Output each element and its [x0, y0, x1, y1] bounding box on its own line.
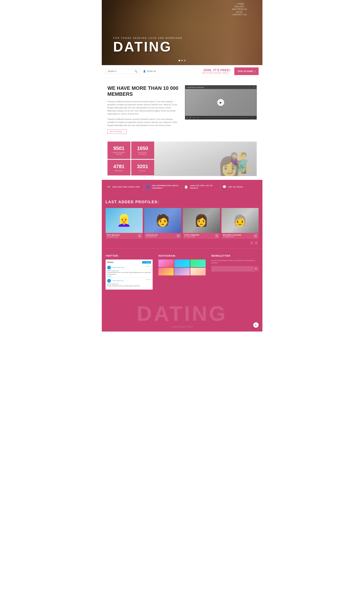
newsletter-title: NEWSLETTER	[211, 254, 259, 257]
profile-view-kate[interactable]: ›	[215, 234, 218, 237]
step-info: 👤 ADD INFORMATION ABOUT YOURSELF	[144, 183, 182, 191]
stat-success-number: 1650	[134, 145, 151, 151]
profile-view-john[interactable]: ›	[177, 234, 180, 237]
instagram-title: INSTAGRAM:	[158, 254, 206, 257]
profiles-section: LAST ADDED PROFILES: 👱‍♀️ RITA NELSON 25…	[102, 194, 262, 249]
insta-thumb-3[interactable]	[190, 260, 206, 267]
search-input[interactable]	[108, 70, 134, 72]
newsletter-form: ✉	[211, 266, 259, 272]
tweet-2-text: @lorem_ipsum_dolAliquam imperdiet, massa…	[107, 283, 151, 287]
stats-image: 🤸‍♂️ 👩	[154, 141, 257, 176]
video-thumbnail[interactable]: ▶	[185, 89, 257, 116]
members-text: WE HAVE MORE THAN 10 000 MEMBERS Praesen…	[107, 85, 179, 134]
members-desc-2: Praesent vestibulum aenean nonummy hendr…	[107, 118, 179, 127]
members-title: WE HAVE MORE THAN 10 000 MEMBERS	[107, 85, 179, 97]
stat-posts: 3201 POSTS	[131, 160, 154, 175]
hero-content: FOR THOSE SEEKING LOVE AND MARRIAGE DATI…	[113, 37, 182, 54]
tweet-2: Lorem ipsum dol 3 Feb 11 @lorem_ipsum_do…	[107, 278, 151, 288]
tweet-2-avatar	[107, 279, 111, 283]
stat-registered: 9501 REGISTEREDUSERS	[107, 141, 130, 159]
footer-widgets: TWITTER: Tweets 🐦 Follow Lorem ipsum dol…	[102, 249, 262, 295]
twitter-content: Tweets 🐦 Follow Lorem ipsum dolor 5 Mar …	[105, 260, 153, 290]
search-right: JOIN, IT'S FREE! AND START DATING TODAY.…	[202, 68, 259, 75]
insta-thumb-2[interactable]	[174, 260, 190, 267]
search-left: 🔍 👤 SIGN IN	[105, 69, 156, 74]
hero-section: ♡ HOME GALLERY ADD PROFILE BLOG CONTACT …	[102, 0, 262, 65]
volume-icon[interactable]: 🔊	[189, 117, 191, 119]
insta-thumb-4[interactable]	[158, 268, 174, 276]
profile-view-richard[interactable]: ›	[254, 234, 257, 237]
search-icon[interactable]: 🔍	[134, 70, 138, 73]
profile-photo-john: 🧑	[144, 208, 181, 233]
members-section: WE HAVE MORE THAN 10 000 MEMBERS Praesen…	[102, 78, 262, 141]
video-title: LongDistanceValentine	[187, 86, 204, 88]
nav-home[interactable]: ♡ HOME	[235, 3, 244, 5]
back-to-top-button[interactable]: ▲	[253, 322, 259, 328]
insta-thumb-1[interactable]	[158, 260, 174, 267]
twitter-icon: 🐦	[143, 262, 145, 263]
video-progress[interactable]	[201, 117, 249, 118]
step-analyze: 📋 ANALYZE THE LIST OF PEOPLE	[182, 183, 220, 191]
newsletter-email-input[interactable]	[211, 266, 253, 272]
profile-age-rita: 25 YEARS OLD	[107, 236, 120, 238]
play-icon[interactable]: ▶	[187, 117, 188, 119]
hero-dot-1[interactable]	[179, 60, 180, 61]
tweet-1-text: @lorem_ipsum_dolVivamus pharetra nunc in…	[107, 270, 151, 276]
sign-in-button[interactable]: 👤 SIGN IN	[143, 70, 156, 73]
stat-datings-label: DATINGS	[111, 170, 127, 172]
profiles-title: LAST ADDED PROFILES:	[105, 200, 259, 204]
profile-view-rita[interactable]: ›	[138, 234, 141, 237]
share-icon[interactable]: ⤢	[253, 86, 255, 88]
nav-gallery[interactable]: GALLERY	[234, 6, 245, 8]
profile-card-john: 🧑 JOHN BLACK 25 YEARS OLD ›	[144, 208, 181, 239]
stats-grid: 9501 REGISTEREDUSERS 1650 SUCCESSSTORIES…	[107, 141, 154, 175]
tweet-1-avatar	[107, 266, 111, 269]
read-more-button[interactable]: READ MORE ›	[107, 129, 127, 134]
edit-icon: ✏	[107, 185, 110, 189]
fullscreen-icon[interactable]: ⛶	[251, 117, 252, 119]
video-header: LongDistanceValentine ⤢	[185, 85, 257, 89]
hero-dots	[179, 60, 185, 61]
nav-contact[interactable]: CONTACT US	[233, 14, 247, 16]
tweet-2-date: 3 Feb 11	[146, 279, 151, 280]
stat-success: 1650 SUCCESSSTORIES	[131, 141, 154, 159]
stat-datings: 4781 DATINGS	[107, 160, 130, 175]
user-icon: 👤	[146, 185, 150, 189]
big-footer: DATING © 2015 PRIVACY POLICY ▲	[102, 295, 262, 332]
tweet-2-user: Lorem ipsum dol	[112, 280, 123, 281]
profiles-prev-button[interactable]: ‹	[250, 241, 253, 245]
twitter-follow-button[interactable]: 🐦 Follow	[142, 261, 151, 263]
instagram-widget: INSTAGRAM:	[158, 254, 206, 290]
profile-info-rita: RITA NELSON 25 YEARS OLD ›	[105, 233, 143, 239]
search-input-wrap[interactable]: 🔍	[105, 69, 140, 74]
profiles-next-button[interactable]: ›	[255, 241, 258, 245]
hero-dot-2[interactable]	[181, 60, 183, 61]
nav-blog[interactable]: BLOG	[237, 11, 243, 13]
profile-info-john: JOHN BLACK 25 YEARS OLD ›	[144, 233, 181, 239]
insta-thumb-5[interactable]	[174, 268, 190, 276]
profile-card-rita: 👱‍♀️ RITA NELSON 25 YEARS OLD ›	[105, 208, 143, 239]
stat-success-label: SUCCESSSTORIES	[134, 152, 151, 155]
join-primary: JOIN, IT'S FREE!	[202, 69, 231, 72]
tweet-1: Lorem ipsum dolor 5 Mar 16 @lorem_ipsum_…	[107, 265, 151, 278]
insta-thumb-6[interactable]	[190, 268, 206, 276]
footer-copyright: © 2015 PRIVACY POLICY	[105, 326, 259, 328]
newsletter-submit-button[interactable]: ✉	[253, 266, 259, 272]
tweet-1-expand[interactable]: Expand	[107, 276, 151, 277]
arrow-right-icon: ›	[123, 131, 124, 133]
chevron-up-icon: ▲	[255, 324, 257, 326]
join-text: JOIN, IT'S FREE! AND START DATING TODAY.…	[202, 69, 231, 74]
step-analyze-text: ANALYZE THE LIST OF PEOPLE	[190, 184, 218, 189]
hero-dot-3[interactable]	[184, 60, 185, 61]
yt-icon[interactable]: ▶	[254, 117, 255, 119]
join-us-button[interactable]: JOIN US NOW! ›	[234, 68, 259, 75]
stat-datings-number: 4781	[111, 164, 127, 169]
profiles-nav: ‹ ›	[105, 241, 259, 245]
instagram-grid	[158, 260, 206, 276]
stat-posts-label: POSTS	[134, 170, 151, 172]
nav-add-profile[interactable]: ADD PROFILE	[232, 8, 247, 10]
video-embed: LongDistanceValentine ⤢ ▶ ▶ 🔊 0:00 / 1:4…	[185, 85, 257, 120]
search-bar: 🔍 👤 SIGN IN JOIN, IT'S FREE! AND START D…	[102, 65, 262, 78]
stats-photo: 🤸‍♂️ 👩	[154, 141, 257, 176]
play-button[interactable]: ▶	[217, 99, 224, 106]
